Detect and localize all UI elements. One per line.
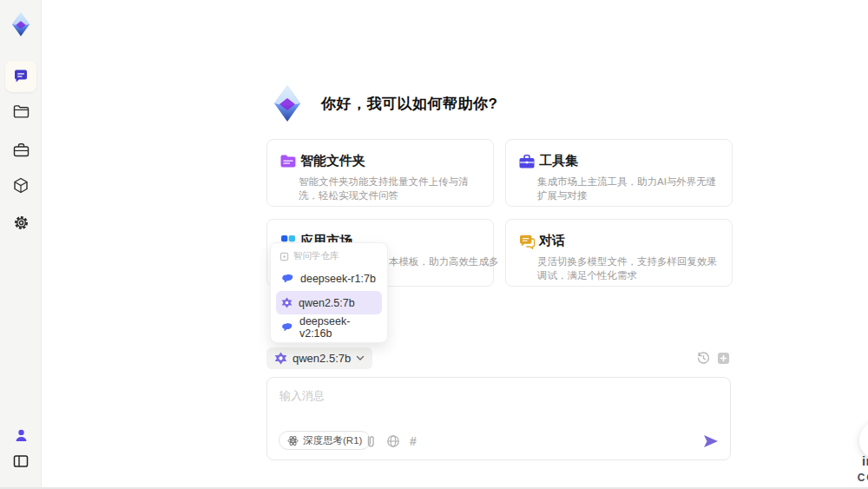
sidebar-item-toolbox[interactable] (5, 134, 36, 165)
briefcase-icon (13, 142, 30, 157)
smart-folder-icon (279, 154, 297, 171)
sidebar-item-models[interactable] (5, 169, 36, 201)
deep-think-toggle[interactable]: 深度思考(R1) (279, 431, 371, 450)
greeting-logo-icon (266, 83, 308, 124)
globe-icon (386, 434, 400, 448)
gear-icon (13, 215, 30, 231)
card-title: 智能文件夹 (300, 153, 365, 169)
card-description: 智能文件夹功能支持批量文件上传与清洗，轻松实现文件问答 (299, 175, 486, 202)
new-chat-button[interactable] (716, 351, 731, 366)
attach-button[interactable] (365, 434, 378, 448)
greeting-text: 你好，我可以如何帮助你? (321, 94, 497, 114)
user-icon (14, 428, 29, 443)
qwen-icon (274, 352, 287, 365)
layout-columns-icon (13, 454, 29, 468)
card-description: 集成市场上主流工具，助力AI与外界无缝扩展与对接 (537, 175, 725, 202)
folder-icon (13, 104, 30, 118)
card-title: 工具集 (539, 153, 578, 169)
deepseek-icon (281, 322, 293, 332)
model-option-qwen[interactable]: qwen2.5:7b (276, 291, 382, 314)
model-selector-button[interactable]: qwen2.5:7b (266, 347, 372, 369)
model-option-deepseek-v2[interactable]: deepseek-v2:16b (276, 315, 382, 339)
selected-model-label: qwen2.5:7b (293, 352, 351, 365)
chat-bubble-icon (12, 68, 30, 85)
web-search-button[interactable] (386, 434, 400, 448)
deepseek-icon (281, 274, 294, 283)
sidebar-item-chat[interactable] (5, 61, 36, 92)
toolset-icon (518, 154, 536, 171)
qwen-icon (281, 297, 293, 308)
repo-icon (279, 252, 289, 261)
send-button[interactable] (702, 433, 720, 450)
model-option-deepseek-r1[interactable]: deepseek-r1:7b (276, 267, 382, 290)
paperclip-icon (365, 434, 377, 448)
history-icon (696, 351, 711, 366)
atom-icon (287, 435, 299, 446)
chevron-down-icon (356, 355, 365, 361)
hash-button[interactable]: # (406, 434, 420, 448)
model-dropdown: 智问学仓库 deepseek-r1:7b qwen2.5:7b deep (270, 242, 388, 343)
model-dropdown-header: 智问学仓库 (276, 249, 382, 267)
sidebar-collapse-button[interactable] (5, 446, 36, 477)
card-conversation[interactable]: 对话 灵活切换多模型文件，支持多样回复效果调试，满足个性化需求 (505, 219, 733, 287)
conversation-icon (518, 234, 536, 251)
plus-square-icon (716, 351, 731, 366)
deep-think-label: 深度思考(R1) (303, 434, 362, 447)
message-composer: 深度思考(R1) # (266, 377, 731, 460)
core-wordmark: core (858, 472, 868, 484)
card-toolset[interactable]: 工具集 集成市场上主流工具，助力AI与外界无缝扩展与对接 (505, 139, 733, 207)
app-logo-icon (8, 10, 34, 39)
cube-icon (13, 177, 29, 194)
history-button[interactable] (696, 351, 711, 366)
sidebar-item-folders[interactable] (5, 96, 36, 127)
send-icon (702, 433, 720, 450)
intel-core-badge: intel core Ultra (845, 453, 868, 489)
app-window: 你好，我可以如何帮助你? 智能文件夹 智能文件夹功能支持批量文件上传与清洗，轻松… (0, 0, 868, 489)
card-description: 灵活切换多模型文件，支持多样回复效果调试，满足个性化需求 (537, 254, 725, 282)
message-input[interactable] (279, 388, 696, 423)
card-title: 对话 (539, 233, 565, 249)
sidebar (0, 0, 42, 489)
sidebar-item-settings[interactable] (5, 207, 36, 238)
card-smart-folders[interactable]: 智能文件夹 智能文件夹功能支持批量文件上传与清洗，轻松实现文件问答 (266, 139, 494, 207)
main-area: 你好，我可以如何帮助你? 智能文件夹 智能文件夹功能支持批量文件上传与清洗，轻松… (43, 0, 868, 489)
